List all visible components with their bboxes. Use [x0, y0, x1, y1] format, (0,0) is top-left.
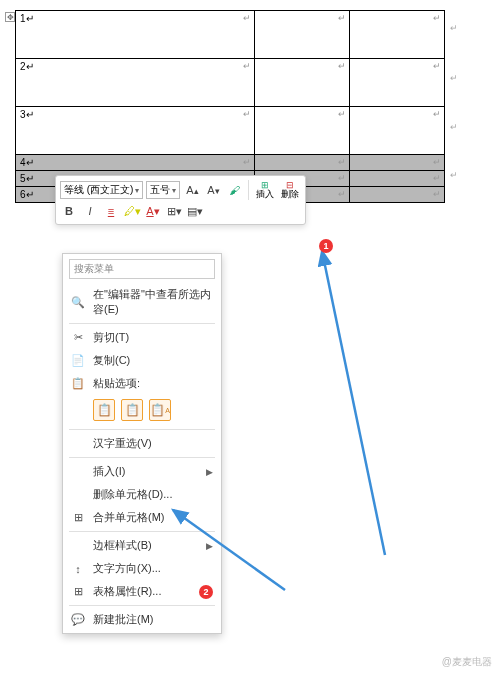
size-selector[interactable]: 五号▾	[146, 181, 180, 199]
menu-item-icon: 🔍	[71, 296, 85, 309]
cell-return-mark: ↵	[433, 173, 441, 183]
menu-separator	[69, 323, 215, 324]
menu-item[interactable]: 删除单元格(D)...	[63, 483, 221, 506]
cell-number: 5↵	[20, 173, 34, 184]
annotation-badge-2: 2	[199, 585, 213, 599]
format-painter-button[interactable]: 🖌	[225, 181, 243, 199]
table-cell[interactable]: ↵	[349, 171, 444, 187]
align-button[interactable]: ▤▾	[186, 202, 204, 220]
menu-item[interactable]: 汉字重选(V)	[63, 432, 221, 455]
paragraph-mark: ↵	[450, 73, 458, 83]
table-cell[interactable]: ↵	[349, 11, 444, 59]
table-cell[interactable]: ↵	[254, 11, 349, 59]
menu-item-icon: 💬	[71, 613, 85, 626]
menu-item-label: 合并单元格(M)	[93, 510, 213, 525]
menu-item[interactable]: 💬新建批注(M)	[63, 608, 221, 631]
insert-button[interactable]: ⊞插入	[254, 181, 276, 199]
table-cell[interactable]: ↵	[254, 107, 349, 155]
menu-item-icon: ↕	[71, 563, 85, 575]
annotation-arrow-1	[220, 245, 400, 565]
table-cell[interactable]: 4↵↵	[16, 155, 255, 171]
menu-item-label: 删除单元格(D)...	[93, 487, 213, 502]
delete-button[interactable]: ⊟删除	[279, 181, 301, 199]
highlight-button[interactable]: 🖊▾	[123, 202, 141, 220]
shrink-font-button[interactable]: A▾	[204, 181, 222, 199]
menu-item-label: 表格属性(R)...	[93, 584, 195, 599]
watermark: @麦麦电器	[442, 655, 492, 669]
table-cell[interactable]: ↵	[349, 187, 444, 203]
cell-return-mark: ↵	[433, 13, 441, 23]
menu-item-icon: 📋	[71, 377, 85, 390]
table-cell[interactable]: 3↵↵	[16, 107, 255, 155]
menu-item[interactable]: ⊞表格属性(R)...2	[63, 580, 221, 603]
menu-item-label: 边框样式(B)	[93, 538, 198, 553]
table-cell[interactable]: 2↵↵	[16, 59, 255, 107]
cell-return-mark: ↵	[338, 189, 346, 199]
font-color-button[interactable]: A▾	[144, 202, 162, 220]
table-cell[interactable]: ↵	[349, 107, 444, 155]
bold-button[interactable]: B	[60, 202, 78, 220]
cell-number: 2↵	[20, 61, 34, 72]
grow-font-button[interactable]: A▴	[183, 181, 201, 199]
menu-item[interactable]: 🔍在"编辑器"中查看所选内容(E)	[63, 283, 221, 321]
cell-return-mark: ↵	[433, 157, 441, 167]
context-menu: 搜索菜单 🔍在"编辑器"中查看所选内容(E)✂剪切(T)📄复制(C)📋粘贴选项:…	[62, 253, 222, 634]
menu-item[interactable]: 插入(I)▶	[63, 460, 221, 483]
paragraph-mark: ↵	[450, 170, 458, 180]
menu-item[interactable]: ⊞合并单元格(M)	[63, 506, 221, 529]
menu-item[interactable]: 📄复制(C)	[63, 349, 221, 372]
cell-return-mark: ↵	[243, 157, 251, 167]
menu-item-label: 剪切(T)	[93, 330, 213, 345]
menu-item-icon: 📄	[71, 354, 85, 367]
table-cell[interactable]: ↵	[349, 59, 444, 107]
cell-return-mark: ↵	[243, 13, 251, 23]
cell-return-mark: ↵	[243, 61, 251, 71]
table-cell[interactable]: ↵	[254, 59, 349, 107]
menu-item-label: 复制(C)	[93, 353, 213, 368]
paste-options-row: 📋📋📋A	[63, 395, 221, 427]
cell-return-mark: ↵	[433, 109, 441, 119]
paste-option-1[interactable]: 📋	[121, 399, 143, 421]
table-row[interactable]: 4↵↵↵↵	[16, 155, 445, 171]
menu-item[interactable]: 边框样式(B)▶	[63, 534, 221, 557]
paste-option-2[interactable]: 📋A	[149, 399, 171, 421]
menu-separator	[69, 457, 215, 458]
table-row[interactable]: 3↵↵↵↵	[16, 107, 445, 155]
table-cell[interactable]: ↵	[254, 155, 349, 171]
menu-item-icon: ⊞	[71, 585, 85, 598]
table-cell[interactable]: ↵	[349, 155, 444, 171]
cell-return-mark: ↵	[338, 109, 346, 119]
cell-return-mark: ↵	[433, 61, 441, 71]
menu-item-icon: ⊞	[71, 511, 85, 524]
mini-toolbar: 等线 (西文正文)▾ 五号▾ A▴ A▾ 🖌 ⊞插入 ⊟删除 B I ≡ 🖊▾ …	[55, 175, 306, 225]
table-anchor-icon[interactable]: ✥	[5, 12, 15, 22]
menu-item[interactable]: ✂剪切(T)	[63, 326, 221, 349]
menu-search-input[interactable]: 搜索菜单	[69, 259, 215, 279]
cell-number: 3↵	[20, 109, 34, 120]
cell-number: 1↵	[20, 13, 34, 24]
italic-button[interactable]: I	[81, 202, 99, 220]
cell-return-mark: ↵	[338, 157, 346, 167]
menu-item-label: 汉字重选(V)	[93, 436, 213, 451]
cell-return-mark: ↵	[338, 13, 346, 23]
font-selector[interactable]: 等线 (西文正文)▾	[60, 181, 143, 199]
paragraph-mark: ↵	[450, 122, 458, 132]
menu-separator	[69, 605, 215, 606]
cell-return-mark: ↵	[338, 173, 346, 183]
table-row[interactable]: 1↵↵↵↵	[16, 11, 445, 59]
underline-button[interactable]: ≡	[102, 202, 120, 220]
menu-item[interactable]: 📋粘贴选项:	[63, 372, 221, 395]
cell-return-mark: ↵	[433, 189, 441, 199]
table-row[interactable]: 2↵↵↵↵	[16, 59, 445, 107]
menu-item[interactable]: ↕文字方向(X)...	[63, 557, 221, 580]
cell-number: 4↵	[20, 157, 34, 168]
svg-line-1	[322, 251, 385, 555]
submenu-arrow-icon: ▶	[206, 467, 213, 477]
paragraph-mark: ↵	[450, 23, 458, 33]
cell-return-mark: ↵	[338, 61, 346, 71]
table-cell[interactable]: 1↵↵	[16, 11, 255, 59]
paste-option-0[interactable]: 📋	[93, 399, 115, 421]
menu-item-label: 粘贴选项:	[93, 376, 213, 391]
menu-item-icon: ✂	[71, 331, 85, 344]
border-button[interactable]: ⊞▾	[165, 202, 183, 220]
